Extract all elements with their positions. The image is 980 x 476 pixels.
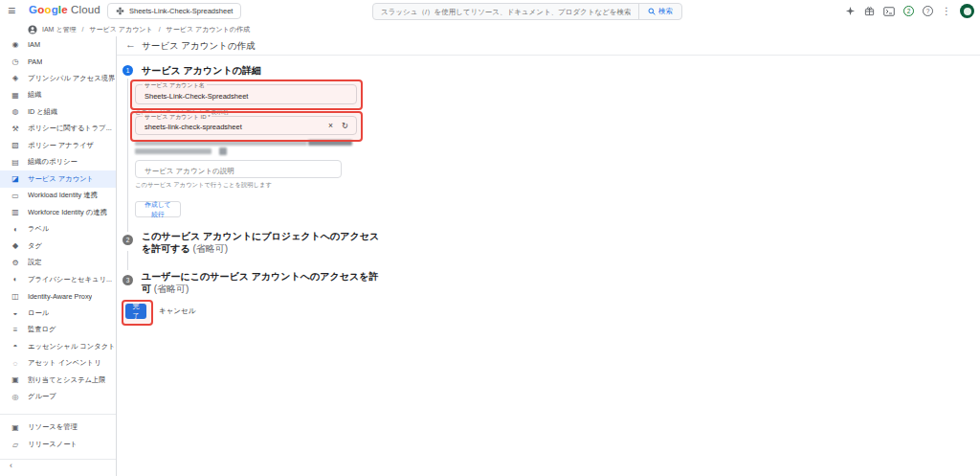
- sidebar-item-workforce-identity[interactable]: ▥Workforce Identity の連携: [0, 204, 116, 221]
- collapse-sidebar-icon[interactable]: ‹: [10, 461, 12, 470]
- sidebar-item-settings[interactable]: ⚙設定: [0, 255, 116, 272]
- step-2-title: このサービス アカウントにプロジェクトへのアクセスを許可する (省略可): [142, 230, 383, 255]
- sidebar-item-policy-analyzer[interactable]: ▧ポリシー アナライザ: [0, 137, 116, 154]
- troubleshoot-icon: ⚒: [11, 125, 20, 133]
- sidebar-item-asset-inventory[interactable]: ◌アセット インベントリ: [0, 355, 116, 373]
- sidebar-item-label: ラベル: [28, 224, 49, 234]
- redacted-email-helper-text: [308, 140, 352, 146]
- gear-icon: ⚙: [11, 259, 20, 267]
- sidebar-item-roles[interactable]: ◒ロール: [0, 305, 116, 322]
- breadcrumb-item-iam-admin[interactable]: IAM と管理: [42, 26, 77, 33]
- regenerate-id-icon[interactable]: ↻: [342, 121, 348, 130]
- page-header: ← サービス アカウントの作成: [117, 36, 980, 56]
- sidebar-item-label: グループ: [28, 392, 56, 401]
- clear-id-icon[interactable]: ×: [328, 121, 333, 130]
- sidebar-item-service-accounts[interactable]: ◪サービス アカウント: [0, 170, 116, 188]
- service-account-icon: ◪: [11, 174, 20, 183]
- gcp-console: ≡ GoogleCloud Sheets-Link-Check-Spreadsh…: [0, 0, 980, 476]
- sidebar-item-label: IAM: [28, 40, 40, 49]
- cancel-button[interactable]: キャンセル: [159, 306, 195, 316]
- identity-icon: ◍: [11, 107, 20, 116]
- org-policy-icon: ▤: [11, 158, 20, 167]
- sidebar-item-principal-access-boundary[interactable]: ◈プリンシパル アクセス境界: [0, 70, 116, 87]
- breadcrumb-item-service-accounts[interactable]: サービス アカウント: [89, 26, 152, 33]
- service-account-name-input[interactable]: [145, 91, 299, 100]
- topbar-icon-cluster: 2 ? ⋮: [845, 0, 974, 22]
- service-account-name-label: サービス アカウント名: [143, 81, 207, 90]
- sidebar-item-essential-contacts[interactable]: ◓エッセンシャル コンタクト: [0, 338, 116, 355]
- description-field-helper: このサービス アカウントで行うことを説明します: [135, 181, 272, 190]
- sidebar-item-tags[interactable]: ◆タグ: [0, 238, 116, 255]
- sidebar-item-label: リソースを管理: [28, 422, 78, 432]
- hamburger-menu-icon[interactable]: ≡: [8, 3, 15, 19]
- sidebar-item-groups[interactable]: ◎グループ: [0, 389, 116, 406]
- sidebar-item-org-policies[interactable]: ▤組織のポリシー: [0, 154, 116, 171]
- help-icon[interactable]: ?: [923, 6, 933, 16]
- sidebar-divider: [0, 459, 116, 460]
- sidebar-item-label: PAM: [28, 57, 42, 66]
- gemini-sparkle-icon[interactable]: [845, 6, 856, 16]
- step-connector: [127, 251, 128, 270]
- sidebar-item-identity-aware-proxy[interactable]: ◫Identity-Aware Proxy: [0, 288, 116, 306]
- sidebar-item-label: エッセンシャル コンタクト: [28, 342, 116, 351]
- iap-icon: ◫: [11, 292, 20, 301]
- sidebar-item-audit-logs[interactable]: ≡監査ログ: [0, 322, 116, 339]
- service-account-id-label: サービス アカウント ID *: [143, 113, 212, 122]
- notifications-icon[interactable]: 2: [903, 6, 914, 16]
- sidebar-item-release-notes[interactable]: ▱リリースノート: [0, 436, 116, 453]
- iam-icon: ◉: [11, 40, 20, 49]
- sidebar-item-labels[interactable]: ◖ラベル: [0, 221, 116, 238]
- sidebar-item-privacy-security[interactable]: ◐プライバシーとセキュリ...: [0, 271, 116, 288]
- project-selector[interactable]: Sheets-Link-Check-Spreadsheet: [107, 3, 241, 19]
- sidebar-item-label: リリースノート: [28, 440, 78, 449]
- breadcrumb-separator: /: [82, 26, 84, 33]
- search-button[interactable]: 検索: [638, 4, 681, 19]
- step-2-indicator: 2: [122, 235, 133, 245]
- quota-icon: ▣: [11, 375, 20, 384]
- account-avatar[interactable]: [960, 4, 974, 18]
- logo-cloud-text: Cloud: [71, 4, 100, 15]
- sidebar-item-label: ポリシー アナライザ: [28, 141, 94, 150]
- service-account-name-field[interactable]: サービス アカウント名: [135, 84, 357, 104]
- done-button[interactable]: 完了: [125, 304, 146, 319]
- step-3-indicator: 3: [122, 275, 133, 285]
- notes-icon: ▱: [11, 441, 20, 449]
- service-account-id-input[interactable]: [145, 123, 299, 131]
- audit-log-icon: ≡: [11, 326, 20, 334]
- cloud-shell-icon[interactable]: [883, 7, 895, 16]
- shield-icon: ◐: [11, 275, 20, 283]
- sidebar-item-label: 組織: [28, 90, 42, 100]
- service-account-id-field[interactable]: サービス アカウント ID * × ↻: [135, 116, 357, 135]
- sidebar-item-label: 設定: [28, 258, 42, 267]
- organization-icon: ▦: [11, 91, 20, 100]
- sidebar-item-id-and-organization[interactable]: ◍ID と組織: [0, 103, 116, 121]
- google-cloud-logo[interactable]: GoogleCloud: [29, 4, 100, 15]
- step-3-title: ユーザーにこのサービス アカウントへのアクセスを許可 (省略可): [142, 270, 383, 295]
- search-button-label: 検索: [658, 7, 673, 16]
- contacts-icon: ◓: [11, 342, 20, 351]
- sidebar-item-iam[interactable]: ◉IAM: [0, 36, 116, 54]
- free-trial-gift-icon[interactable]: [864, 6, 875, 16]
- step-2-optional-label: (省略可): [190, 243, 228, 254]
- iam-admin-icon: [28, 25, 37, 34]
- sidebar-item-organization[interactable]: ▦組織: [0, 87, 116, 104]
- copy-email-icon[interactable]: [219, 147, 227, 155]
- service-account-description-input[interactable]: [145, 166, 288, 174]
- sidebar-item-label: ロール: [28, 308, 49, 318]
- search-input[interactable]: [373, 8, 638, 16]
- sidebar-item-pam[interactable]: ◷PAM: [0, 54, 116, 71]
- service-account-description-field[interactable]: [135, 160, 342, 178]
- pam-icon: ◷: [11, 57, 20, 66]
- sidebar-item-label: 割り当てとシステム上限: [28, 375, 105, 385]
- sidebar-item-label: 監査ログ: [28, 325, 56, 334]
- label-icon: ◖: [11, 225, 20, 234]
- create-and-continue-button[interactable]: 作成して続行: [135, 201, 181, 217]
- sidebar-item-manage-resources[interactable]: ▣リソースを管理: [0, 419, 116, 436]
- workload-identity-icon: ▭: [11, 192, 20, 200]
- sidebar-item-policy-troubleshooter[interactable]: ⚒ポリシーに関するトラブ...: [0, 121, 116, 138]
- back-arrow-icon[interactable]: ←: [125, 38, 136, 50]
- sidebar-item-quotas[interactable]: ▣割り当てとシステム上限: [0, 372, 116, 389]
- sidebar-nav: ◉IAM◷PAM◈プリンシパル アクセス境界▦組織◍ID と組織⚒ポリシーに関す…: [0, 36, 117, 476]
- more-options-icon[interactable]: ⋮: [942, 6, 951, 16]
- sidebar-item-workload-identity[interactable]: ▭Workload Identity 連携: [0, 188, 116, 205]
